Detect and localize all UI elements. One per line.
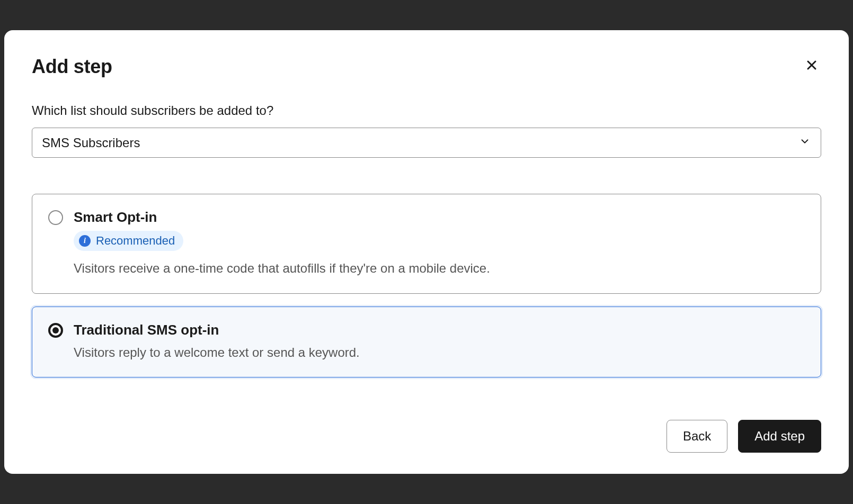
badge-label: Recommended — [96, 234, 175, 248]
option-smart-optin[interactable]: Smart Opt-in i Recommended Visitors rece… — [32, 194, 821, 294]
option-title: Smart Opt-in — [74, 209, 805, 226]
modal-title: Add step — [32, 56, 112, 78]
list-select-wrapper: SMS Subscribers — [32, 128, 821, 158]
modal-header: Add step — [32, 56, 821, 78]
back-button[interactable]: Back — [667, 420, 727, 453]
list-field: Which list should subscribers be added t… — [32, 103, 821, 158]
option-traditional-optin[interactable]: Traditional SMS opt-in Visitors reply to… — [32, 307, 821, 378]
radio-traditional-optin[interactable] — [48, 323, 63, 338]
option-title: Traditional SMS opt-in — [74, 322, 805, 338]
add-step-modal: Add step Which list should subscribers b… — [4, 30, 849, 474]
option-content: Traditional SMS opt-in Visitors reply to… — [74, 322, 805, 362]
field-label: Which list should subscribers be added t… — [32, 103, 821, 118]
option-content: Smart Opt-in i Recommended Visitors rece… — [74, 209, 805, 277]
list-select[interactable]: SMS Subscribers — [32, 128, 821, 158]
option-description: Visitors receive a one-time code that au… — [74, 259, 805, 277]
add-step-button[interactable]: Add step — [738, 420, 821, 453]
close-button[interactable] — [802, 56, 821, 75]
option-description: Visitors reply to a welcome text or send… — [74, 344, 805, 362]
optin-options: Smart Opt-in i Recommended Visitors rece… — [32, 194, 821, 377]
radio-smart-optin[interactable] — [48, 210, 63, 225]
recommended-badge: i Recommended — [74, 231, 183, 251]
info-icon: i — [79, 235, 91, 247]
modal-footer: Back Add step — [32, 420, 821, 453]
close-icon — [804, 58, 819, 73]
